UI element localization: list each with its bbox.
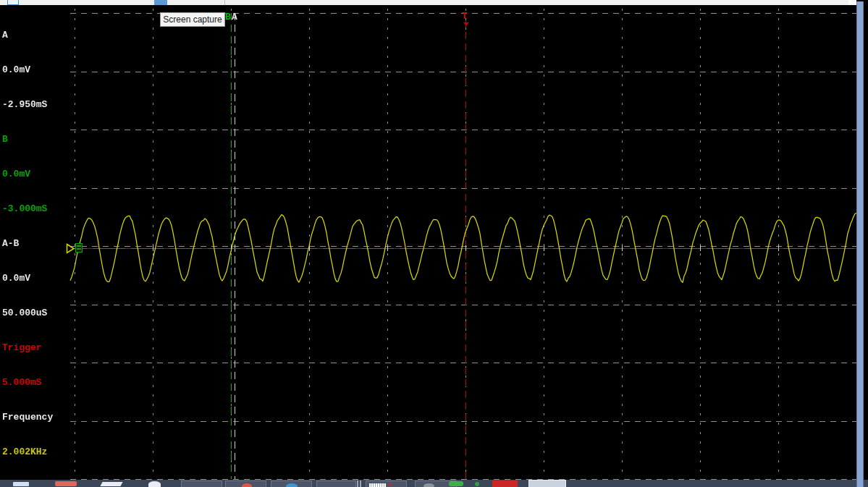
toolbar-corner bbox=[848, 0, 856, 5]
green-app-icon[interactable] bbox=[449, 481, 463, 486]
screen-capture-tooltip: Screen capture bbox=[160, 12, 225, 27]
trigger-name: Trigger bbox=[2, 342, 53, 354]
channel-b-marker-stripe bbox=[77, 248, 81, 250]
taskbar-task-4[interactable] bbox=[316, 480, 356, 487]
taskbar-separator bbox=[357, 480, 358, 487]
active-task-button[interactable] bbox=[528, 480, 566, 487]
taskbar-task-1[interactable] bbox=[181, 480, 222, 487]
measurement-panel: A 0.0mV -2.950mS B 0.0mV -3.000mS A-B 0.… bbox=[2, 7, 53, 487]
trigger-arrow-icon bbox=[463, 22, 469, 26]
start-button-icon[interactable] bbox=[13, 482, 29, 486]
checkered-app-icon bbox=[369, 483, 386, 487]
cursor-a-name: A bbox=[2, 30, 53, 41]
cursor-b-voltage: 0.0mV bbox=[2, 169, 53, 180]
taskbar bbox=[0, 480, 868, 487]
trigger-time: 5.000mS bbox=[2, 377, 53, 389]
cursor-a-voltage: 0.0mV bbox=[2, 64, 53, 76]
cursor-b-handle[interactable]: B bbox=[225, 12, 231, 22]
taskbar-separator bbox=[360, 480, 361, 487]
frequency-value: 2.002KHz bbox=[2, 446, 53, 458]
delta-ab-name: A-B bbox=[2, 238, 53, 250]
cursor-b-name: B bbox=[2, 134, 53, 145]
white-wedge-app-icon[interactable] bbox=[100, 482, 122, 486]
toolbar-strip bbox=[0, 0, 856, 5]
red-circle-app-icon bbox=[242, 483, 252, 487]
oscilloscope-plot[interactable] bbox=[0, 5, 868, 480]
right-scrollbar[interactable] bbox=[856, 1, 864, 487]
red-app-icon[interactable] bbox=[55, 481, 77, 486]
red-dot-icon bbox=[389, 483, 392, 486]
channel-b-marker-icon[interactable] bbox=[75, 243, 83, 253]
cursor-a-time: -2.950mS bbox=[2, 99, 53, 111]
delta-ab-voltage: 0.0mV bbox=[2, 273, 53, 284]
toolbar-separator bbox=[224, 0, 225, 5]
green-dot-icon[interactable] bbox=[475, 482, 479, 486]
red-block-app-icon[interactable] bbox=[492, 480, 518, 487]
browser-app-icon[interactable] bbox=[148, 481, 161, 487]
taskbar-task-2[interactable] bbox=[225, 480, 266, 487]
right-edge-gap bbox=[864, 0, 868, 480]
screen-capture-button[interactable] bbox=[154, 0, 167, 5]
gray-circle-app-icon bbox=[424, 483, 434, 487]
taskbar-task-5[interactable] bbox=[366, 480, 407, 487]
blue-circle-app-icon bbox=[286, 483, 298, 487]
cursor-a-handle[interactable]: A bbox=[232, 12, 237, 22]
trigger-handle[interactable]: T bbox=[462, 12, 468, 21]
trace-position-marker-icon[interactable] bbox=[66, 243, 75, 254]
oscilloscope-app-window: A 0.0mV -2.950mS B 0.0mV -3.000mS A-B 0.… bbox=[0, 0, 868, 487]
channel-b-marker-stripe bbox=[77, 245, 81, 247]
frequency-name: Frequency bbox=[2, 412, 53, 423]
delta-ab-time: 50.000uS bbox=[2, 308, 53, 319]
taskbar-task-3[interactable] bbox=[271, 480, 312, 487]
toolbar-button[interactable] bbox=[7, 0, 19, 5]
cursor-b-time: -3.000mS bbox=[2, 203, 53, 215]
